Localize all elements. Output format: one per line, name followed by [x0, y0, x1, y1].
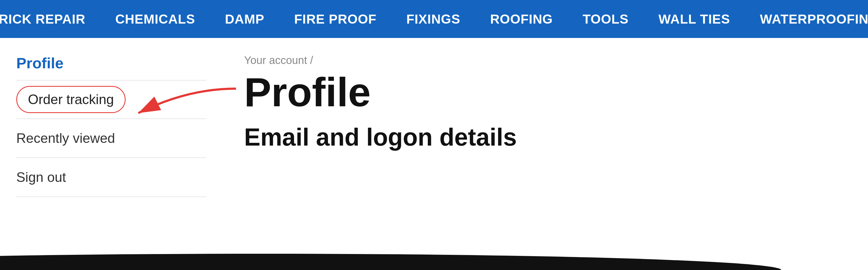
- main-content: Profile Order tracking Recently viewed S…: [0, 38, 868, 270]
- section-title-email: Email and logon details: [244, 123, 846, 151]
- sidebar-profile-link[interactable]: Profile: [16, 54, 206, 72]
- nav-item-fixings[interactable]: FIXINGS: [392, 12, 475, 27]
- sidebar-divider-2: [16, 119, 206, 119]
- sidebar-divider-3: [16, 158, 206, 158]
- sidebar: Profile Order tracking Recently viewed S…: [0, 54, 222, 270]
- nav-item-damp[interactable]: DAMP: [210, 12, 279, 27]
- nav-item-fire-proof[interactable]: FIRE PROOF: [279, 12, 392, 27]
- page-title: Profile: [244, 72, 846, 112]
- sidebar-item-sign-out[interactable]: Sign out: [16, 164, 206, 191]
- nav-item-tools[interactable]: TOOLS: [568, 12, 643, 27]
- order-tracking-wrapper: Order tracking: [16, 86, 206, 113]
- breadcrumb: Your account /: [244, 54, 846, 66]
- sidebar-divider-4: [16, 197, 206, 197]
- nav-item-wall-ties[interactable]: WALL TIES: [643, 12, 745, 27]
- nav-item-brick-repair[interactable]: BRICK REPAIR: [0, 12, 100, 27]
- right-content: Your account / Profile Email and logon d…: [222, 54, 868, 270]
- nav-item-waterproofing[interactable]: WATERPROOFING: [745, 12, 868, 27]
- sidebar-divider-1: [16, 80, 206, 80]
- sidebar-item-order-tracking[interactable]: Order tracking: [16, 86, 126, 113]
- nav-item-chemicals[interactable]: CHEMICALS: [100, 12, 210, 27]
- main-nav: BRICK REPAIR CHEMICALS DAMP FIRE PROOF F…: [0, 0, 868, 38]
- nav-item-roofing[interactable]: ROOFING: [475, 12, 568, 27]
- sidebar-item-recently-viewed[interactable]: Recently viewed: [16, 125, 206, 152]
